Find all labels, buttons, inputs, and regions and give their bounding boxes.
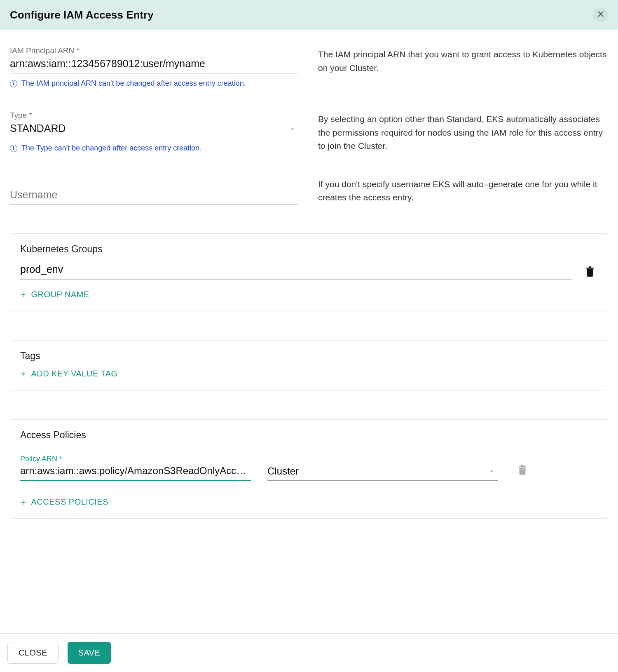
- add-group-label: GROUP NAME: [31, 290, 89, 299]
- add-tag-button[interactable]: + ADD KEY-VALUE TAG: [20, 369, 118, 379]
- add-policy-label: ACCESS POLICIES: [31, 497, 109, 507]
- dialog-title: Configure IAM Access Entry: [10, 9, 154, 21]
- plus-icon: +: [20, 497, 26, 507]
- plus-icon: +: [20, 290, 26, 300]
- row-principal-arn: IAM Principal ARN * i The IAM principal …: [10, 46, 608, 88]
- type-info-text: The Type can't be changed after access e…: [21, 144, 201, 153]
- type-label: Type *: [10, 111, 298, 120]
- groups-title: Kubernetes Groups: [20, 244, 598, 255]
- close-button[interactable]: [593, 7, 608, 22]
- arn-label: IAM Principal ARN *: [10, 46, 298, 55]
- group-row: [20, 262, 598, 281]
- card-kubernetes-groups: Kubernetes Groups + GROUP NAME: [10, 233, 608, 311]
- policy-arn-label: Policy ARN *: [20, 455, 251, 463]
- group-name-input[interactable]: [20, 263, 572, 280]
- card-access-policies: Access Policies Policy ARN * + ACCESS PO…: [10, 419, 608, 519]
- row-type: Type * i The Type can't be changed after…: [10, 111, 608, 153]
- add-policy-button[interactable]: + ACCESS POLICIES: [20, 497, 108, 507]
- arn-input[interactable]: [10, 56, 298, 73]
- plus-icon: +: [20, 369, 26, 379]
- delete-group-button[interactable]: [582, 262, 598, 281]
- policy-scope-select[interactable]: [267, 465, 498, 481]
- policy-row: Policy ARN *: [20, 455, 598, 481]
- dialog-header: Configure IAM Access Entry: [0, 0, 618, 30]
- card-tags: Tags + ADD KEY-VALUE TAG: [10, 340, 608, 390]
- tags-title: Tags: [20, 350, 598, 362]
- chevron-down-icon: [488, 467, 495, 477]
- row-username: If you don't specify username EKS will a…: [10, 176, 608, 204]
- username-help-text: If you don't specify username EKS will a…: [318, 176, 608, 204]
- dialog-body: IAM Principal ARN * i The IAM principal …: [0, 30, 618, 618]
- policies-title: Access Policies: [20, 430, 598, 441]
- policy-arn-input[interactable]: [20, 464, 251, 481]
- info-icon: i: [10, 145, 17, 152]
- username-input[interactable]: [10, 187, 298, 204]
- delete-policy-button[interactable]: [515, 461, 530, 481]
- trash-icon: [585, 272, 595, 278]
- info-icon: i: [10, 80, 17, 87]
- arn-help-text: The IAM principal ARN that you want to g…: [318, 46, 608, 88]
- trash-icon: [517, 470, 528, 477]
- add-tag-label: ADD KEY-VALUE TAG: [31, 369, 118, 378]
- arn-info-text: The IAM principal ARN can't be changed a…: [21, 79, 246, 88]
- type-select[interactable]: [10, 121, 298, 138]
- type-help-text: By selecting an option other than Standa…: [318, 111, 608, 153]
- close-icon: [597, 10, 605, 20]
- add-group-button[interactable]: + GROUP NAME: [20, 290, 89, 300]
